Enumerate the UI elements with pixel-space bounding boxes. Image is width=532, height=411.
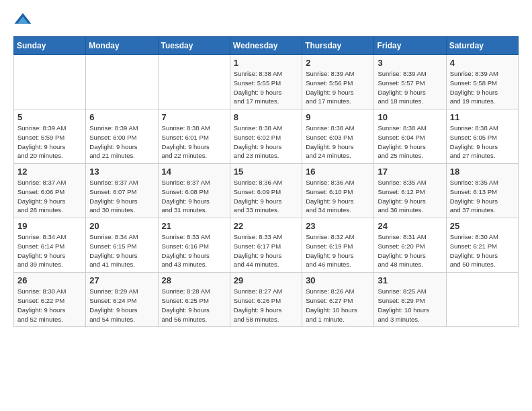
day-cell [446,273,518,327]
day-info: Sunrise: 8:37 AMSunset: 6:06 PMDaylight:… [17,178,82,215]
day-number: 18 [450,167,515,177]
day-info: Sunrise: 8:31 AMSunset: 6:20 PMDaylight:… [378,232,442,269]
day-cell: 19Sunrise: 8:34 AMSunset: 6:14 PMDayligh… [14,218,86,273]
day-cell: 10Sunrise: 8:38 AMSunset: 6:04 PMDayligh… [374,109,446,164]
day-cell [158,55,230,109]
day-cell: 25Sunrise: 8:30 AMSunset: 6:21 PMDayligh… [446,218,518,273]
day-number: 11 [450,112,515,122]
day-cell: 2Sunrise: 8:39 AMSunset: 5:56 PMDaylight… [302,55,374,109]
day-cell: 22Sunrise: 8:33 AMSunset: 6:17 PMDayligh… [230,218,302,273]
day-cell: 27Sunrise: 8:29 AMSunset: 6:24 PMDayligh… [86,273,158,327]
day-number: 22 [234,221,298,231]
logo [13,11,35,30]
day-number: 29 [234,275,298,285]
day-number: 25 [450,221,515,231]
day-cell [14,55,86,109]
day-info: Sunrise: 8:27 AMSunset: 6:26 PMDaylight:… [234,287,298,324]
day-number: 23 [306,221,370,231]
day-cell: 11Sunrise: 8:38 AMSunset: 6:05 PMDayligh… [446,109,518,164]
day-cell: 1Sunrise: 8:38 AMSunset: 5:55 PMDaylight… [230,55,302,109]
day-info: Sunrise: 8:32 AMSunset: 6:19 PMDaylight:… [306,232,370,269]
week-row-2: 5Sunrise: 8:39 AMSunset: 5:59 PMDaylight… [14,109,519,164]
day-info: Sunrise: 8:38 AMSunset: 6:02 PMDaylight:… [234,124,298,161]
header [13,11,519,30]
day-cell: 12Sunrise: 8:37 AMSunset: 6:06 PMDayligh… [14,164,86,218]
day-info: Sunrise: 8:38 AMSunset: 6:04 PMDaylight:… [378,124,442,161]
week-row-5: 26Sunrise: 8:30 AMSunset: 6:22 PMDayligh… [14,273,519,327]
weekday-header-monday: Monday [86,37,158,55]
day-info: Sunrise: 8:39 AMSunset: 5:58 PMDaylight:… [450,69,515,106]
day-number: 31 [378,275,442,285]
day-info: Sunrise: 8:35 AMSunset: 6:13 PMDaylight:… [450,178,515,215]
day-info: Sunrise: 8:34 AMSunset: 6:14 PMDaylight:… [17,232,82,269]
day-cell: 4Sunrise: 8:39 AMSunset: 5:58 PMDaylight… [446,55,518,109]
day-number: 20 [89,221,154,231]
weekday-header-sunday: Sunday [14,37,86,55]
day-info: Sunrise: 8:38 AMSunset: 6:05 PMDaylight:… [450,124,515,161]
day-cell: 26Sunrise: 8:30 AMSunset: 6:22 PMDayligh… [14,273,86,327]
day-cell: 14Sunrise: 8:37 AMSunset: 6:08 PMDayligh… [158,164,230,218]
day-number: 13 [89,167,154,177]
day-info: Sunrise: 8:30 AMSunset: 6:22 PMDaylight:… [17,287,82,324]
day-number: 8 [234,112,298,122]
day-cell [86,55,158,109]
day-number: 15 [234,167,298,177]
calendar-page: SundayMondayTuesdayWednesdayThursdayFrid… [0,0,532,338]
day-cell: 17Sunrise: 8:35 AMSunset: 6:12 PMDayligh… [374,164,446,218]
day-info: Sunrise: 8:36 AMSunset: 6:10 PMDaylight:… [306,178,370,215]
day-cell: 28Sunrise: 8:28 AMSunset: 6:25 PMDayligh… [158,273,230,327]
day-info: Sunrise: 8:29 AMSunset: 6:24 PMDaylight:… [89,287,154,324]
day-cell: 20Sunrise: 8:34 AMSunset: 6:15 PMDayligh… [86,218,158,273]
day-number: 27 [89,275,154,285]
day-number: 26 [17,275,82,285]
day-cell: 24Sunrise: 8:31 AMSunset: 6:20 PMDayligh… [374,218,446,273]
day-info: Sunrise: 8:34 AMSunset: 6:15 PMDaylight:… [89,232,154,269]
day-cell: 9Sunrise: 8:38 AMSunset: 6:03 PMDaylight… [302,109,374,164]
day-number: 16 [306,167,370,177]
weekday-header-thursday: Thursday [302,37,374,55]
day-info: Sunrise: 8:38 AMSunset: 6:03 PMDaylight:… [306,124,370,161]
day-cell: 29Sunrise: 8:27 AMSunset: 6:26 PMDayligh… [230,273,302,327]
day-cell: 15Sunrise: 8:36 AMSunset: 6:09 PMDayligh… [230,164,302,218]
day-cell: 5Sunrise: 8:39 AMSunset: 5:59 PMDaylight… [14,109,86,164]
day-cell: 30Sunrise: 8:26 AMSunset: 6:27 PMDayligh… [302,273,374,327]
day-info: Sunrise: 8:37 AMSunset: 6:07 PMDaylight:… [89,178,154,215]
day-number: 21 [162,221,226,231]
day-number: 24 [378,221,442,231]
day-number: 6 [89,112,154,122]
day-cell: 6Sunrise: 8:39 AMSunset: 6:00 PMDaylight… [86,109,158,164]
day-number: 30 [306,275,370,285]
weekday-header-row: SundayMondayTuesdayWednesdayThursdayFrid… [14,37,519,55]
day-number: 2 [306,58,370,68]
calendar-table: SundayMondayTuesdayWednesdayThursdayFrid… [13,36,519,327]
day-number: 19 [17,221,82,231]
day-number: 10 [378,112,442,122]
day-info: Sunrise: 8:37 AMSunset: 6:08 PMDaylight:… [162,178,226,215]
day-number: 5 [17,112,82,122]
weekday-header-friday: Friday [374,37,446,55]
day-cell: 18Sunrise: 8:35 AMSunset: 6:13 PMDayligh… [446,164,518,218]
day-number: 4 [450,58,515,68]
day-info: Sunrise: 8:33 AMSunset: 6:17 PMDaylight:… [234,232,298,269]
day-info: Sunrise: 8:38 AMSunset: 5:55 PMDaylight:… [234,69,298,106]
day-number: 28 [162,275,226,285]
day-number: 12 [17,167,82,177]
weekday-header-tuesday: Tuesday [158,37,230,55]
day-cell: 13Sunrise: 8:37 AMSunset: 6:07 PMDayligh… [86,164,158,218]
day-number: 14 [162,167,226,177]
day-cell: 21Sunrise: 8:33 AMSunset: 6:16 PMDayligh… [158,218,230,273]
week-row-4: 19Sunrise: 8:34 AMSunset: 6:14 PMDayligh… [14,218,519,273]
week-row-3: 12Sunrise: 8:37 AMSunset: 6:06 PMDayligh… [14,164,519,218]
day-cell: 23Sunrise: 8:32 AMSunset: 6:19 PMDayligh… [302,218,374,273]
day-cell: 16Sunrise: 8:36 AMSunset: 6:10 PMDayligh… [302,164,374,218]
day-info: Sunrise: 8:39 AMSunset: 5:56 PMDaylight:… [306,69,370,106]
day-number: 3 [378,58,442,68]
day-info: Sunrise: 8:26 AMSunset: 6:27 PMDaylight:… [306,287,370,324]
day-number: 17 [378,167,442,177]
day-number: 9 [306,112,370,122]
day-info: Sunrise: 8:25 AMSunset: 6:29 PMDaylight:… [378,287,442,324]
day-info: Sunrise: 8:30 AMSunset: 6:21 PMDaylight:… [450,232,515,269]
day-info: Sunrise: 8:36 AMSunset: 6:09 PMDaylight:… [234,178,298,215]
day-cell: 8Sunrise: 8:38 AMSunset: 6:02 PMDaylight… [230,109,302,164]
day-info: Sunrise: 8:33 AMSunset: 6:16 PMDaylight:… [162,232,226,269]
